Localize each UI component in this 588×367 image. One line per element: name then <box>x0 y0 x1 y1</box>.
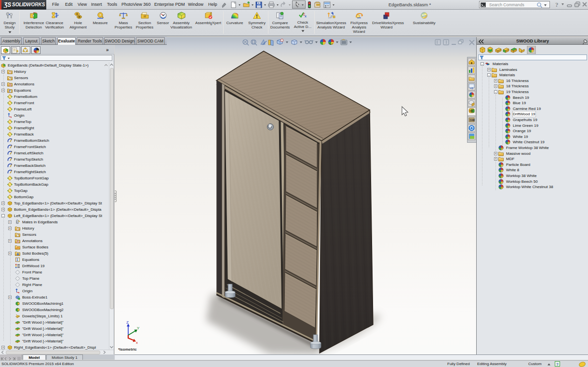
svg-text:x: x <box>136 340 138 345</box>
svg-text:ƷS: ƷS <box>3 1 11 8</box>
svg-text:Y: Y <box>137 326 140 330</box>
svg-text:CAM: CAM <box>470 119 475 122</box>
svg-text:Z: Z <box>126 320 129 325</box>
svg-text:SW: SW <box>469 110 473 112</box>
svg-text:SOLID: SOLID <box>12 2 27 7</box>
svg-text:x: x <box>305 14 307 18</box>
svg-text:WORKS: WORKS <box>27 2 45 7</box>
svg-text:?: ? <box>555 1 559 8</box>
svg-text:?: ? <box>556 362 559 366</box>
